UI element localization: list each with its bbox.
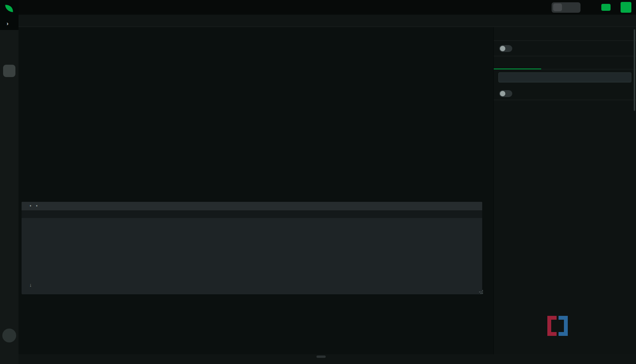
resize-handle[interactable] xyxy=(479,292,480,292)
sidebar-scrollbar[interactable] xyxy=(634,29,635,111)
gauges-row xyxy=(22,40,493,120)
tab-alerts[interactable] xyxy=(589,56,636,69)
anomaly-rate-toggle[interactable] xyxy=(499,90,512,97)
tab-filters[interactable] xyxy=(541,56,589,69)
tab-charts[interactable] xyxy=(494,56,541,69)
top-bar xyxy=(19,0,636,15)
user-avatar[interactable] xyxy=(2,329,16,342)
chart-legend: ↓ xyxy=(22,279,482,281)
netdata-logo-icon[interactable] xyxy=(4,3,15,14)
search-charts-field xyxy=(498,72,631,82)
paused-button[interactable] xyxy=(553,3,562,11)
chart-title-bar: • • xyxy=(22,202,482,210)
expand-rail-icon[interactable]: › xyxy=(7,20,8,27)
left-rail: › xyxy=(0,0,19,364)
pressure-tables-row xyxy=(22,122,493,194)
metric-correlations-toggle[interactable] xyxy=(499,45,512,52)
latest-timestamp xyxy=(22,275,482,279)
sidebar-tabs xyxy=(494,56,636,69)
main-tab-bar xyxy=(19,15,636,27)
sign-in-button[interactable] xyxy=(621,2,631,13)
metric-correlations-row xyxy=(494,41,636,56)
chart-plot-area[interactable] xyxy=(22,218,482,269)
current-timestamp-pill xyxy=(316,356,326,358)
time-range-picker[interactable] xyxy=(552,2,580,13)
anomaly-rate-row xyxy=(494,87,636,100)
bottom-time-bar[interactable] xyxy=(19,354,636,364)
metrics-tree xyxy=(494,100,636,104)
total-cpu-utilization-chart: • • ↓ xyxy=(22,202,482,294)
live-node-count-badge[interactable] xyxy=(601,4,611,11)
sort-arrow-icon[interactable]: ↓ xyxy=(29,282,32,288)
netdata-app: › xyxy=(0,0,636,364)
chart-controls-bar xyxy=(22,210,482,218)
rail-spaces-panel xyxy=(0,30,19,364)
x-axis-labels xyxy=(22,269,482,275)
search-charts-input[interactable] xyxy=(498,72,631,82)
metrics-sidebar xyxy=(493,27,636,354)
dashboard-content: • • ↓ xyxy=(19,27,493,354)
space-badge[interactable] xyxy=(3,65,15,77)
